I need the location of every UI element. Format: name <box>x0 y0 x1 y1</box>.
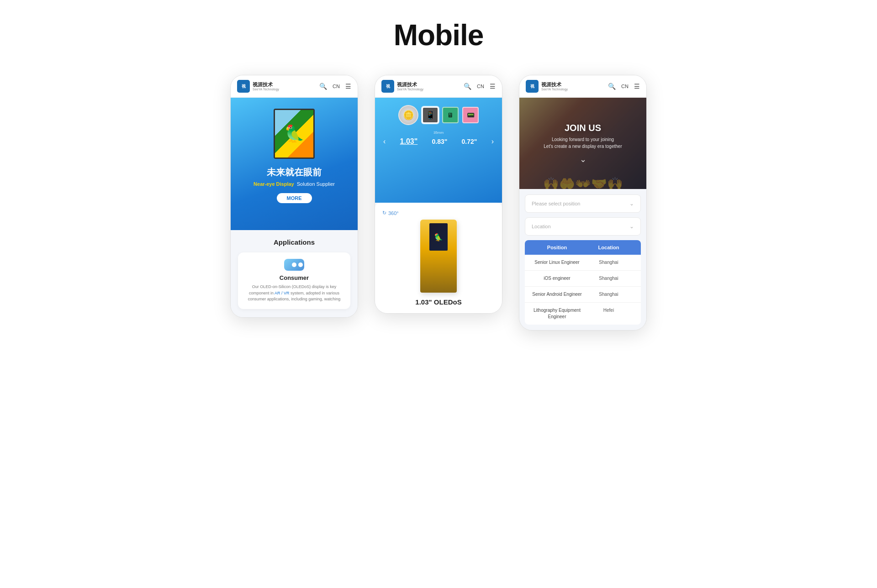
phone3-lang[interactable]: CN <box>621 84 629 89</box>
phone1-logo-text: 视涯技术 SeeYA Technology <box>253 82 279 90</box>
vr-glasses-icon <box>284 259 304 271</box>
phone1-hero: 未来就在眼前 Near-eye Display Solution Supplie… <box>231 98 358 230</box>
phone1-hero-subtitle: Near-eye Display Solution Supplier <box>254 181 335 187</box>
phone2-size-1[interactable]: 1.03" <box>400 137 418 146</box>
phone2-thumbnails: 🪙 📱 🖥 📟 <box>380 105 497 125</box>
phone-1: 视 视涯技术 SeeYA Technology 🔍 CN ☰ 未来就在眼前 Ne… <box>230 75 358 318</box>
phone1-logo-en: SeeYA Technology <box>253 88 279 91</box>
table-row[interactable]: iOS engineer Shanghai <box>525 271 641 287</box>
phone3-navbar: 视 视涯技术 SeeYA Technology 🔍 CN ☰ <box>519 75 646 98</box>
phone2-logo-cn: 视涯技术 <box>397 82 423 87</box>
phone1-logo-icon: 视 <box>237 80 250 93</box>
job-location: Hefei <box>583 307 634 320</box>
job-location: Shanghai <box>583 275 634 282</box>
phone2-navbar: 视 视涯技术 SeeYA Technology 🔍 CN ☰ <box>375 75 502 98</box>
phone3-logo-icon: 视 <box>526 80 539 93</box>
position-dropdown-label: Please select position <box>532 201 580 206</box>
col-position: Position <box>531 245 583 250</box>
phone1-logo: 视 视涯技术 SeeYA Technology <box>237 80 279 93</box>
phone3-nav-icons: 🔍 CN ☰ <box>608 83 640 90</box>
chevron-down-icon: ⌄ <box>629 223 634 230</box>
phone3-hero-overlay: JOIN US Looking forward to your joining … <box>519 98 646 189</box>
phone-3: 视 视涯技术 SeeYA Technology 🔍 CN ☰ JOIN US L… <box>519 75 647 331</box>
phone2-nav-icons: 🔍 CN ☰ <box>464 83 496 90</box>
phone1-app-card: Consumer Our OLED-on-Silicon (OLEDoS) di… <box>238 252 350 309</box>
phone1-nav-icons: 🔍 CN ☰ <box>319 83 351 90</box>
phone1-applications: Applications Consumer Our OLED-on-Silico… <box>231 230 358 317</box>
phones-container: 视 视涯技术 SeeYA Technology 🔍 CN ☰ 未来就在眼前 Ne… <box>230 75 647 331</box>
table-row[interactable]: Senior Android Engineer Shanghai <box>525 287 641 303</box>
search-icon[interactable]: 🔍 <box>608 83 616 90</box>
phone1-subtitle-yellow: Near-eye Display <box>254 181 294 187</box>
thumb-selected[interactable]: 📱 <box>422 107 438 123</box>
search-icon[interactable]: 🔍 <box>319 83 327 90</box>
phone3-hero-bg: JOIN US Looking forward to your joining … <box>519 98 646 189</box>
thumb-display1[interactable]: 🖥 <box>442 107 459 123</box>
phone1-app-desc: Our OLED-on-Silicon (OLEDoS) display is … <box>244 284 344 303</box>
phone2-product: ↻ 360° 🦜 1.03" OLEDoS <box>375 203 502 313</box>
search-icon[interactable]: 🔍 <box>464 83 471 90</box>
job-position: Lithography Equipment Engineer <box>531 307 583 320</box>
phone2-logo: 视 视涯技术 SeeYA Technology <box>381 80 423 93</box>
phone2-logo-text: 视涯技术 SeeYA Technology <box>397 82 423 90</box>
phone1-more-button[interactable]: MORE <box>277 193 312 203</box>
join-us-subtitle: Looking forward to your joining Let's cr… <box>544 136 622 150</box>
phone1-applications-title: Applications <box>238 238 350 246</box>
phone2-size-2[interactable]: 0.83" <box>432 138 447 145</box>
phone2-product-title: 1.03" OLEDoS <box>415 298 461 306</box>
menu-icon[interactable]: ☰ <box>490 83 496 90</box>
jobs-table-body: Senior Linux Engineer Shanghai iOS engin… <box>525 255 641 325</box>
phone2-logo-en: SeeYA Technology <box>397 88 423 91</box>
phone1-lang[interactable]: CN <box>333 84 340 89</box>
col-location: Location <box>583 245 634 250</box>
phone1-navbar: 视 视涯技术 SeeYA Technology 🔍 CN ☰ <box>231 75 358 98</box>
phone3-logo: 视 视涯技术 SeeYA Technology <box>526 80 568 93</box>
thumb-coin[interactable]: 🪙 <box>398 105 418 125</box>
chevron-down-icon: ⌄ <box>629 200 634 207</box>
rotate-icon: ↻ <box>382 210 386 216</box>
location-dropdown-label: Location <box>532 224 551 229</box>
phone1-subtitle-white: Solution Supplier <box>297 181 335 187</box>
job-location: Shanghai <box>583 291 634 298</box>
phone3-body: Please select position ⌄ Location ⌄ Posi… <box>519 189 646 330</box>
phone3-logo-text: 视涯技术 SeeYA Technology <box>541 82 568 90</box>
position-dropdown[interactable]: Please select position ⌄ <box>525 194 641 213</box>
job-position: Senior Android Engineer <box>531 291 583 298</box>
thumb-display2[interactable]: 📟 <box>462 107 479 123</box>
phone2-size-3[interactable]: 0.72" <box>462 138 477 145</box>
menu-icon[interactable]: ☰ <box>634 83 640 90</box>
next-arrow-icon[interactable]: › <box>491 137 494 146</box>
table-row[interactable]: Lithography Equipment Engineer Hefei <box>525 303 641 325</box>
job-location: Shanghai <box>583 259 634 266</box>
phone1-hero-title: 未来就在眼前 <box>267 166 322 178</box>
phone2-product-screen: 🦜 <box>429 223 448 251</box>
table-row[interactable]: Senior Linux Engineer Shanghai <box>525 255 641 271</box>
join-us-title: JOIN US <box>565 123 601 133</box>
phone2-hero: 🪙 📱 🖥 📟 35mm ‹ 1.03" 0.83" 0.72" › <box>375 98 502 203</box>
phone3-logo-en: SeeYA Technology <box>541 88 568 91</box>
phone2-logo-icon: 视 <box>381 80 394 93</box>
prev-arrow-icon[interactable]: ‹ <box>383 137 386 146</box>
phone1-hero-image <box>274 109 315 159</box>
phone1-app-name: Consumer <box>280 274 309 281</box>
location-dropdown[interactable]: Location ⌄ <box>525 217 641 236</box>
phone-2: 视 视涯技术 SeeYA Technology 🔍 CN ☰ 🪙 📱 🖥 📟 3… <box>375 75 502 314</box>
phone2-360-label: ↻ 360° <box>382 210 399 216</box>
phone2-size-label: 35mm <box>380 131 497 135</box>
menu-icon[interactable]: ☰ <box>345 83 351 90</box>
page-title: Mobile <box>394 18 484 52</box>
job-position: iOS engineer <box>531 275 583 282</box>
phone2-lang[interactable]: CN <box>477 84 484 89</box>
phone1-logo-cn: 视涯技术 <box>253 82 279 87</box>
chevron-down-icon: ⌄ <box>580 154 586 164</box>
phone3-logo-cn: 视涯技术 <box>541 82 568 87</box>
phone2-sizes: ‹ 1.03" 0.83" 0.72" › <box>380 137 497 146</box>
phone3-hero: JOIN US Looking forward to your joining … <box>519 98 646 189</box>
phone2-product-image: 🦜 <box>420 220 457 293</box>
job-position: Senior Linux Engineer <box>531 259 583 266</box>
jobs-table-header: Position Location <box>525 240 641 255</box>
